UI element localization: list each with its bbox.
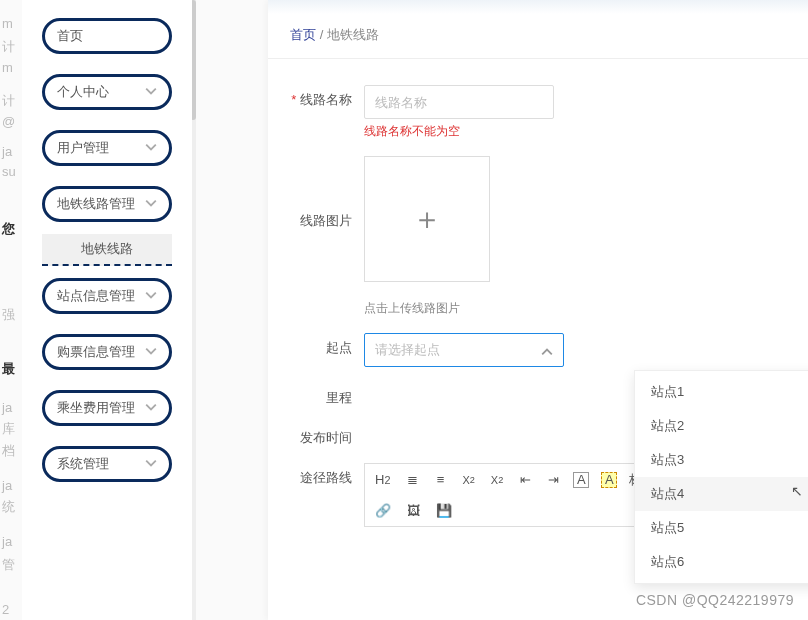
sidebar-item-label: 购票信息管理 — [57, 343, 135, 361]
sidebar-item-label: 站点信息管理 — [57, 287, 135, 305]
sidebar: 首页 个人中心 用户管理 地铁线路管理 地铁线路 站点信息管理 购票信息管理 乘… — [22, 0, 192, 620]
start-placeholder: 请选择起点 — [375, 341, 440, 359]
ordered-list-button[interactable]: ≣ — [404, 470, 420, 489]
sidebar-item-ticket-mgmt[interactable]: 购票信息管理 — [42, 334, 172, 370]
highlight-button[interactable]: A — [601, 472, 617, 488]
line-name-error: 线路名称不能为空 — [364, 123, 808, 140]
header-fade — [268, 0, 808, 14]
label-publish-time: 发布时间 — [268, 423, 364, 447]
chevron-down-icon — [145, 289, 157, 304]
sidebar-item-label: 用户管理 — [57, 139, 109, 157]
image-button[interactable]: 🖼 — [405, 501, 422, 520]
sidebar-item-label: 个人中心 — [57, 83, 109, 101]
dropdown-option-hover[interactable]: 站点4 ↖ — [635, 477, 808, 511]
line-name-input[interactable] — [364, 85, 554, 119]
label-mileage: 里程 — [268, 383, 364, 407]
sidebar-item-profile[interactable]: 个人中心 — [42, 74, 172, 110]
dropdown-option[interactable]: 站点6 — [635, 545, 808, 579]
dropdown-option[interactable]: 站点1 — [635, 375, 808, 409]
cursor-icon: ↖ — [791, 483, 803, 499]
sidebar-item-label: 乘坐费用管理 — [57, 399, 135, 417]
outdent-button[interactable]: ⇥ — [545, 470, 561, 489]
chevron-down-icon — [145, 401, 157, 416]
breadcrumb: 首页 / 地铁线路 — [268, 14, 808, 59]
sidebar-item-home[interactable]: 首页 — [42, 18, 172, 54]
heading2-button[interactable]: H2 — [373, 470, 392, 489]
dropdown-option[interactable]: 站点2 — [635, 409, 808, 443]
link-button[interactable]: 🔗 — [373, 501, 393, 520]
text-color-button[interactable]: A — [573, 472, 589, 488]
chevron-down-icon — [145, 197, 157, 212]
subscript-button[interactable]: X2 — [460, 472, 476, 488]
upload-hint: 点击上传线路图片 — [364, 301, 460, 315]
breadcrumb-sep: / — [320, 27, 324, 42]
main-panel: 首页 / 地铁线路 线路名称 线路名称不能为空 线路图片 ＋ 点击上传线路图片 … — [268, 0, 808, 620]
label-line-name: 线路名称 — [268, 85, 364, 109]
chevron-down-icon — [145, 457, 157, 472]
sidebar-item-label: 地铁线路管理 — [57, 195, 135, 213]
sidebar-item-label: 首页 — [57, 27, 83, 45]
chevron-down-icon — [145, 141, 157, 156]
sidebar-item-line-mgmt[interactable]: 地铁线路管理 — [42, 186, 172, 222]
sidebar-item-label: 系统管理 — [57, 455, 109, 473]
superscript-button[interactable]: X2 — [489, 472, 505, 488]
start-dropdown: 站点1 站点2 站点3 站点4 ↖ 站点5 站点6 — [634, 370, 808, 584]
breadcrumb-current: 地铁线路 — [327, 27, 379, 42]
plus-icon: ＋ — [412, 199, 442, 240]
sidebar-item-station-mgmt[interactable]: 站点信息管理 — [42, 278, 172, 314]
indent-button[interactable]: ⇤ — [517, 470, 533, 489]
chevron-down-icon — [145, 345, 157, 360]
watermark: CSDN @QQ242219979 — [636, 592, 794, 608]
sidebar-subitem-label: 地铁线路 — [81, 240, 133, 258]
image-upload-box[interactable]: ＋ — [364, 156, 490, 282]
sidebar-item-system-mgmt[interactable]: 系统管理 — [42, 446, 172, 482]
dropdown-option[interactable]: 站点3 — [635, 443, 808, 477]
label-start: 起点 — [268, 333, 364, 357]
unordered-list-button[interactable]: ≡ — [432, 470, 448, 489]
sidebar-item-fare-mgmt[interactable]: 乘坐费用管理 — [42, 390, 172, 426]
label-line-image: 线路图片 — [268, 156, 364, 230]
sidebar-subitem-line[interactable]: 地铁线路 — [42, 234, 172, 266]
save-button[interactable]: 💾 — [434, 501, 454, 520]
sidebar-item-user-mgmt[interactable]: 用户管理 — [42, 130, 172, 166]
breadcrumb-home[interactable]: 首页 — [290, 27, 316, 42]
start-select[interactable]: 请选择起点 — [364, 333, 564, 367]
chevron-up-icon — [541, 343, 553, 358]
dropdown-option[interactable]: 站点5 — [635, 511, 808, 545]
label-route: 途径路线 — [268, 463, 364, 487]
chevron-down-icon — [145, 85, 157, 100]
